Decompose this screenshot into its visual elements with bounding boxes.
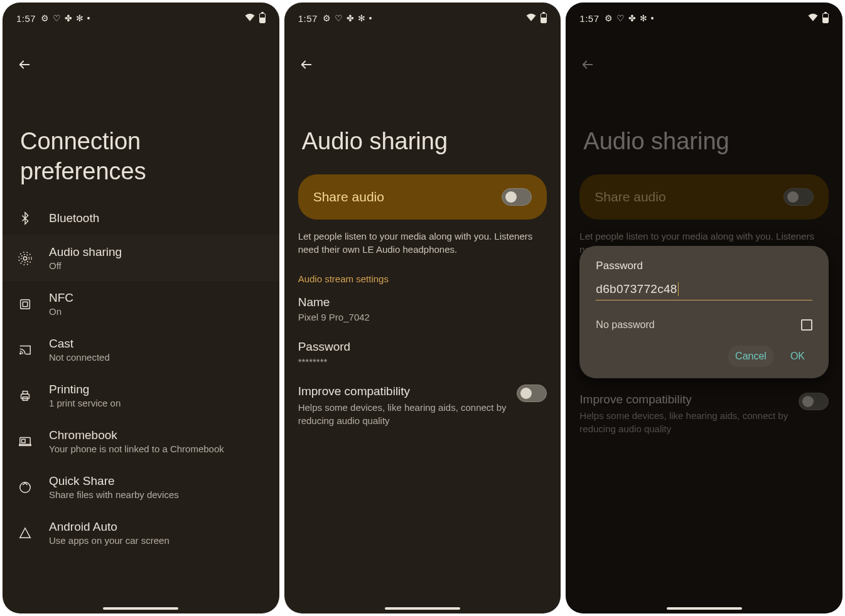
quick-share-icon (16, 481, 34, 494)
asterisk-icon: ✻ (358, 13, 365, 23)
row-subtitle: Your phone is not linked to a Chromebook (49, 443, 224, 454)
setting-name[interactable]: Name Pixel 9 Pro_7042 (284, 295, 561, 340)
ok-button[interactable]: OK (783, 346, 812, 367)
battery-icon (541, 13, 547, 23)
section-stream-settings: Audio stream settings (284, 273, 561, 295)
share-audio-card[interactable]: Share audio (579, 174, 829, 220)
row-title: Cast (49, 337, 110, 351)
password-value: d6b073772c48 (596, 282, 677, 296)
cast-icon (16, 343, 34, 357)
share-audio-label: Share audio (313, 189, 384, 204)
text-cursor (678, 282, 679, 296)
row-printing[interactable]: Printing 1 print service on (3, 373, 279, 418)
setting-title: Name (298, 295, 547, 309)
status-bar: 1:57 ⚙ ♡ ✤ ✻ (3, 3, 279, 30)
row-title: Quick Share (49, 474, 179, 488)
dot-icon (87, 17, 90, 19)
nfc-icon (16, 297, 34, 311)
row-subtitle: Use apps on your car screen (49, 535, 170, 546)
nav-pill[interactable] (103, 607, 178, 610)
back-button[interactable] (284, 30, 561, 75)
row-subtitle: 1 print service on (49, 398, 121, 408)
svg-rect-4 (23, 302, 27, 306)
password-dialog: Password d6b073772c48 No password Cancel… (579, 246, 829, 378)
battery-icon (259, 13, 266, 23)
share-audio-label: Share audio (595, 189, 665, 204)
row-nfc[interactable]: NFC On (3, 281, 279, 327)
fan-icon: ✤ (628, 13, 636, 23)
android-auto-icon (16, 526, 34, 540)
asterisk-icon: ✻ (76, 13, 83, 23)
svg-rect-3 (21, 299, 30, 309)
row-title: Chromebook (49, 428, 224, 442)
setting-subtitle: Helps some devices, like hearing aids, c… (298, 401, 507, 427)
status-time: 1:57 (16, 13, 36, 24)
screen-audio-sharing-password-dialog: 1:57 ⚙ ♡ ✤ ✻ Audio sharing Share audio L… (566, 3, 842, 613)
shield-icon: ♡ (53, 13, 61, 23)
status-bar: 1:57 ⚙ ♡ ✤ ✻ (566, 3, 842, 30)
row-quick-share[interactable]: Quick Share Share files with nearby devi… (3, 464, 279, 510)
fan-icon: ✤ (65, 13, 72, 23)
shield-icon: ♡ (616, 13, 625, 23)
share-audio-toggle[interactable] (783, 188, 814, 206)
setting-title: Improve compatibility (298, 385, 507, 398)
setting-title: Improve compatibility (579, 393, 788, 406)
svg-point-0 (23, 257, 27, 260)
no-password-row[interactable]: No password (596, 319, 812, 331)
page-title: Connection preferences (3, 75, 279, 201)
screen-audio-sharing: 1:57 ⚙ ♡ ✤ ✻ Audio sharing Share audio L… (284, 3, 561, 613)
row-cast[interactable]: Cast Not connected (3, 327, 279, 373)
improve-compat-toggle[interactable] (517, 385, 547, 402)
row-chromebook[interactable]: Chromebook Your phone is not linked to a… (3, 418, 279, 464)
setting-improve-compatibility[interactable]: Improve compatibility Helps some devices… (284, 385, 561, 445)
row-title: Printing (49, 383, 121, 396)
svg-rect-10 (19, 444, 31, 445)
gear-icon: ⚙ (41, 13, 49, 23)
share-audio-card[interactable]: Share audio (298, 174, 547, 220)
share-audio-toggle[interactable] (502, 188, 532, 206)
dialog-title: Password (596, 260, 812, 272)
status-time: 1:57 (298, 13, 318, 24)
row-subtitle: Off (49, 260, 122, 271)
shield-icon: ♡ (335, 13, 343, 23)
wifi-icon (807, 13, 819, 24)
setting-value: ******** (298, 356, 547, 367)
printing-icon (16, 389, 34, 403)
back-button[interactable] (566, 30, 842, 75)
setting-value: Pixel 9 Pro_7042 (298, 312, 547, 322)
no-password-label: No password (596, 319, 654, 331)
wifi-icon (525, 13, 537, 24)
dot-icon (369, 17, 372, 19)
dot-icon (651, 17, 654, 19)
row-title: Bluetooth (49, 211, 99, 225)
setting-improve-compatibility[interactable]: Improve compatibility Helps some devices… (566, 393, 842, 453)
setting-subtitle: Helps some devices, like hearing aids, c… (579, 409, 788, 435)
svg-rect-7 (23, 391, 27, 394)
gear-icon: ⚙ (605, 13, 613, 23)
cancel-button[interactable]: Cancel (728, 346, 774, 367)
setting-title: Password (298, 340, 547, 354)
nav-pill[interactable] (385, 607, 460, 610)
row-audio-sharing[interactable]: Audio sharing Off (3, 235, 279, 281)
fan-icon: ✤ (347, 13, 354, 23)
status-bar: 1:57 ⚙ ♡ ✤ ✻ (284, 3, 561, 30)
nav-pill[interactable] (667, 607, 742, 610)
status-time: 1:57 (579, 13, 599, 24)
row-title: NFC (49, 291, 73, 305)
row-subtitle: Not connected (49, 352, 110, 363)
back-button[interactable] (3, 30, 279, 75)
row-android-auto[interactable]: Android Auto Use apps on your car screen (3, 510, 279, 556)
improve-compat-toggle[interactable] (799, 393, 829, 410)
row-title: Audio sharing (49, 245, 122, 259)
wifi-icon (244, 13, 256, 24)
audio-sharing-icon (16, 252, 34, 265)
share-audio-description: Let people listen to your media along wi… (284, 230, 561, 273)
setting-password[interactable]: Password ******** (284, 340, 561, 385)
svg-rect-6 (21, 394, 30, 398)
no-password-checkbox[interactable] (801, 319, 812, 331)
svg-point-5 (20, 353, 21, 354)
row-subtitle: Share files with nearby devices (49, 489, 179, 500)
password-input[interactable]: d6b073772c48 (596, 282, 812, 300)
screen-connection-preferences: 1:57 ⚙ ♡ ✤ ✻ Connection preferences Blue… (3, 3, 279, 613)
row-bluetooth[interactable]: Bluetooth (3, 201, 279, 235)
